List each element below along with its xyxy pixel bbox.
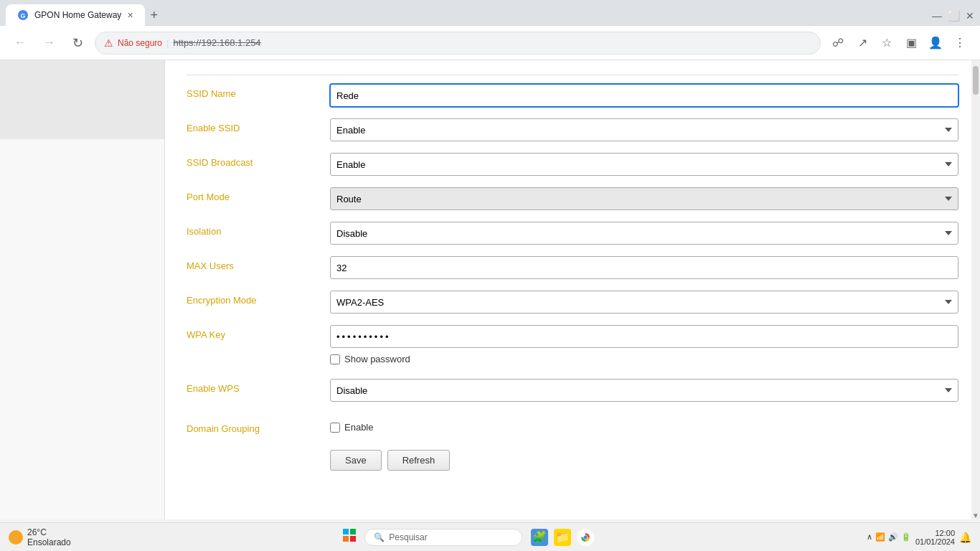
- enable-ssid-row: Enable SSID Enable Disable: [187, 113, 958, 147]
- show-password-checkbox[interactable]: [330, 354, 340, 364]
- port-mode-select[interactable]: Route Bridge: [330, 187, 958, 210]
- enable-ssid-control: Enable Disable: [330, 118, 958, 141]
- url-display: https://192.168.1.254: [173, 37, 260, 48]
- encryption-mode-select[interactable]: WPA2-AES WPA-TKIP WPA2-Mixed None: [330, 291, 958, 314]
- tab-close-button[interactable]: ×: [127, 9, 133, 21]
- forward-button[interactable]: →: [37, 32, 60, 55]
- not-secure-label: Não seguro: [118, 38, 162, 48]
- tab-bar: G GPON Home Gateway × + — ⬜ ✕: [0, 0, 980, 26]
- enable-wps-control: Disable Enable: [330, 379, 958, 402]
- ssid-name-control: [330, 84, 958, 107]
- bookmark-button[interactable]: ☆: [875, 32, 898, 55]
- max-users-control: [330, 256, 958, 279]
- scrollbar-thumb[interactable]: [973, 66, 979, 95]
- buttons-row: Save Refresh: [187, 441, 958, 479]
- ssid-broadcast-row: SSID Broadcast Enable Disable: [187, 147, 958, 182]
- show-password-label[interactable]: Show password: [344, 354, 410, 364]
- isolation-select[interactable]: Disable Enable: [330, 222, 958, 245]
- isolation-control: Disable Enable: [330, 222, 958, 245]
- menu-button[interactable]: ⋮: [948, 32, 971, 55]
- separator: |: [166, 37, 169, 48]
- encryption-mode-row: Encryption Mode WPA2-AES WPA-TKIP WPA2-M…: [187, 285, 958, 319]
- nav-icons: ☍ ↗ ☆ ▣ 👤 ⋮: [826, 32, 971, 55]
- max-users-label: MAX Users: [187, 256, 330, 271]
- enable-wps-label: Enable WPS: [187, 379, 330, 394]
- enable-wps-row: Enable WPS Disable Enable: [187, 373, 958, 408]
- encryption-mode-control: WPA2-AES WPA-TKIP WPA2-Mixed None: [330, 291, 958, 314]
- enable-wps-select[interactable]: Disable Enable: [330, 379, 958, 402]
- domain-grouping-checkbox[interactable]: [330, 423, 340, 433]
- tab-favicon: G: [17, 9, 29, 21]
- ssid-name-label: SSID Name: [187, 84, 330, 99]
- main-content: SSID Name Enable SSID Enable Disable SSI…: [165, 60, 980, 519]
- ssid-broadcast-control: Enable Disable: [330, 153, 958, 176]
- wpa-key-control: Show password: [330, 325, 958, 367]
- active-tab[interactable]: G GPON Home Gateway ×: [6, 4, 145, 26]
- domain-grouping-control: Enable: [330, 419, 958, 435]
- scrollbar[interactable]: ▼: [971, 60, 980, 519]
- back-button[interactable]: ←: [9, 32, 32, 55]
- isolation-label: Isolation: [187, 222, 330, 237]
- wpa-key-label: WPA Key: [187, 325, 330, 340]
- share-button[interactable]: ↗: [851, 32, 874, 55]
- max-users-row: MAX Users: [187, 250, 958, 285]
- translate-button[interactable]: ☍: [826, 32, 849, 55]
- port-mode-control: Route Bridge: [330, 187, 958, 210]
- svg-text:G: G: [20, 12, 25, 19]
- maximize-button[interactable]: ⬜: [948, 10, 960, 22]
- ssid-broadcast-label: SSID Broadcast: [187, 153, 330, 168]
- encryption-mode-label: Encryption Mode: [187, 291, 330, 306]
- ssid-name-input[interactable]: [330, 84, 958, 107]
- close-button[interactable]: ✕: [966, 10, 974, 22]
- port-mode-label: Port Mode: [187, 187, 330, 202]
- new-tab-button[interactable]: +: [145, 5, 164, 26]
- sidebar-logo: [0, 60, 164, 139]
- domain-grouping-row: Domain Grouping Enable: [187, 413, 958, 441]
- refresh-button[interactable]: Refresh: [387, 450, 451, 471]
- sidebar-button[interactable]: ▣: [900, 32, 923, 55]
- wpa-key-row: WPA Key Show password: [187, 319, 958, 373]
- enable-ssid-select[interactable]: Enable Disable: [330, 118, 958, 141]
- profile-button[interactable]: 👤: [924, 32, 947, 55]
- wpa-key-input[interactable]: [330, 325, 958, 348]
- save-button[interactable]: Save: [330, 450, 382, 471]
- domain-grouping-label: Domain Grouping: [187, 419, 330, 434]
- page-layout: SSID Name Enable SSID Enable Disable SSI…: [0, 60, 980, 519]
- navigation-bar: ← → ↻ ⚠ Não seguro | https://192.168.1.2…: [0, 26, 980, 60]
- ssid-name-row: SSID Name: [187, 78, 958, 113]
- max-users-input[interactable]: [330, 256, 958, 279]
- port-mode-row: Port Mode Route Bridge: [187, 182, 958, 216]
- address-bar[interactable]: ⚠ Não seguro | https://192.168.1.254: [95, 32, 821, 55]
- minimize-button[interactable]: —: [932, 10, 942, 22]
- tab-title: GPON Home Gateway: [34, 10, 121, 20]
- ssid-broadcast-select[interactable]: Enable Disable: [330, 153, 958, 176]
- sidebar: [0, 60, 165, 519]
- reload-button[interactable]: ↻: [66, 32, 89, 55]
- enable-ssid-label: Enable SSID: [187, 118, 330, 133]
- isolation-row: Isolation Disable Enable: [187, 216, 958, 250]
- security-warning-icon: ⚠: [104, 37, 113, 49]
- domain-grouping-enable-label[interactable]: Enable: [344, 422, 373, 433]
